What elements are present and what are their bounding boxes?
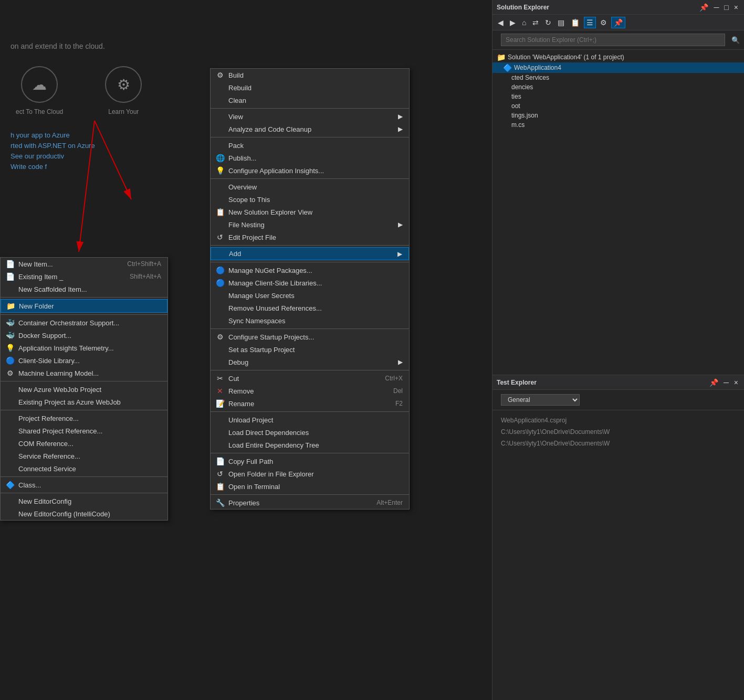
sub-existing-item[interactable]: 📄 Existing Item _ Shift+Alt+A bbox=[1, 270, 167, 283]
sub-shared-project-ref[interactable]: Shared Project Reference... bbox=[1, 425, 167, 437]
menu-view[interactable]: View ▶ bbox=[211, 110, 409, 123]
menu-remove-unused-refs[interactable]: Remove Unused References... bbox=[211, 302, 409, 314]
te-minimize-btn[interactable]: ─ bbox=[722, 378, 730, 387]
sub-new-item[interactable]: 📄 New Item... Ctrl+Shift+A bbox=[1, 258, 167, 270]
se-dependencies[interactable]: dencies bbox=[492, 82, 744, 92]
sub-class[interactable]: 🔷 Class... bbox=[1, 479, 167, 491]
se-maximize-btn[interactable]: □ bbox=[722, 3, 730, 12]
se-forward-btn[interactable]: ▶ bbox=[508, 17, 518, 28]
ml-icon: ⚙ bbox=[5, 369, 15, 377]
sub-new-folder[interactable]: 📁 New Folder bbox=[1, 299, 167, 313]
menu-new-solution-explorer[interactable]: 📋 New Solution Explorer View bbox=[211, 206, 409, 218]
menu-open-folder[interactable]: ↺ Open Folder in File Explorer bbox=[211, 468, 409, 480]
te-controls: 📌 ─ × bbox=[708, 378, 740, 387]
menu-scope[interactable]: Scope to This bbox=[211, 193, 409, 206]
se-properties[interactable]: ties bbox=[492, 92, 744, 101]
se-appsettings[interactable]: tings.json bbox=[492, 111, 744, 120]
se-close-btn[interactable]: × bbox=[732, 3, 740, 12]
se-sync-btn[interactable]: ⇄ bbox=[530, 17, 541, 28]
sub-client-side-lib[interactable]: 🔵 Client-Side Library... bbox=[1, 354, 167, 367]
te-close-btn[interactable]: × bbox=[732, 378, 740, 387]
se-refresh-btn[interactable]: ↻ bbox=[543, 17, 553, 28]
se-pin-active-btn[interactable]: 📌 bbox=[611, 17, 625, 28]
sub-machine-learning[interactable]: ⚙ Machine Learning Model... bbox=[1, 367, 167, 379]
se-connected-services[interactable]: cted Services bbox=[492, 73, 744, 82]
se-back-btn[interactable]: ◀ bbox=[496, 17, 506, 28]
menu-manage-user-secrets-label: Manage User Secrets bbox=[228, 292, 295, 300]
menu-overview-label: Overview bbox=[228, 183, 257, 191]
menu-manage-nuget[interactable]: 🔵 Manage NuGet Packages... bbox=[211, 264, 409, 277]
se-solution-item[interactable]: 📁 Solution 'WebApplication4' (1 of 1 pro… bbox=[492, 52, 744, 62]
sub-service-reference[interactable]: Service Reference... bbox=[1, 450, 167, 462]
sub-new-editorconfig-intellicode[interactable]: New EditorConfig (IntelliCode) bbox=[1, 507, 167, 520]
menu-load-direct[interactable]: Load Direct Dependencies bbox=[211, 426, 409, 439]
test-explorer: Test Explorer 📌 ─ × General WebApplicati… bbox=[492, 375, 744, 700]
menu-publish[interactable]: 🌐 Publish... bbox=[211, 152, 409, 164]
menu-configure-startup-label: Configure Startup Projects... bbox=[228, 333, 314, 341]
menu-manage-nuget-label: Manage NuGet Packages... bbox=[228, 267, 312, 274]
sub-azure-webjob[interactable]: New Azure WebJob Project bbox=[1, 383, 167, 396]
se-root[interactable]: oot bbox=[492, 101, 744, 111]
sub-docker-support[interactable]: 🐳 Docker Support... bbox=[1, 329, 167, 342]
menu-add[interactable]: Add ▶ bbox=[211, 247, 409, 260]
solution-explorer-search[interactable] bbox=[501, 34, 725, 46]
new-se-icon: 📋 bbox=[215, 208, 225, 216]
menu-clean[interactable]: Clean bbox=[211, 94, 409, 107]
menu-unload[interactable]: Unload Project bbox=[211, 413, 409, 426]
sub-new-editorconfig[interactable]: New EditorConfig bbox=[1, 495, 167, 507]
menu-open-terminal[interactable]: 📋 Open in Terminal bbox=[211, 480, 409, 493]
sub-new-folder-label: New Folder bbox=[19, 302, 54, 310]
sub-app-insights[interactable]: 💡 Application Insights Telemetry... bbox=[1, 342, 167, 354]
build-icon: ⚙ bbox=[215, 71, 225, 79]
se-new-view-btn[interactable]: 📋 bbox=[569, 17, 582, 28]
se-project-item[interactable]: 🔷 WebApplication4 bbox=[492, 62, 744, 73]
menu-scope-label: Scope to This bbox=[228, 196, 270, 204]
menu-manage-client-libs[interactable]: 🔵 Manage Client-Side Libraries... bbox=[211, 277, 409, 289]
menu-properties[interactable]: 🔧 Properties Alt+Enter bbox=[211, 496, 409, 509]
menu-configure-startup[interactable]: ⚙ Configure Startup Projects... bbox=[211, 331, 409, 343]
se-collapse-btn[interactable]: ▤ bbox=[556, 17, 567, 28]
new-item-shortcut: Ctrl+Shift+A bbox=[111, 260, 161, 268]
sub-connected-service[interactable]: Connected Service bbox=[1, 462, 167, 475]
menu-rebuild[interactable]: Rebuild bbox=[211, 81, 409, 94]
se-pin-btn[interactable]: 📌 bbox=[698, 3, 710, 12]
menu-manage-user-secrets[interactable]: Manage User Secrets bbox=[211, 289, 409, 302]
se-settings-btn[interactable]: ⚙ bbox=[598, 17, 609, 28]
sub-new-scaffolded[interactable]: New Scaffolded Item... bbox=[1, 283, 167, 295]
menu-pack[interactable]: Pack bbox=[211, 139, 409, 152]
menu-copy-path[interactable]: 📄 Copy Full Path bbox=[211, 455, 409, 468]
menu-rename[interactable]: 📝 Rename F2 bbox=[211, 397, 409, 410]
se-minimize-btn[interactable]: ─ bbox=[712, 3, 720, 12]
cloud-icon: ☁ bbox=[21, 66, 58, 103]
se-filter-btn[interactable]: ☰ bbox=[584, 17, 596, 28]
menu-rename-label: Rename bbox=[228, 400, 254, 408]
existing-item-shortcut: Shift+Alt+A bbox=[114, 273, 161, 280]
se-program[interactable]: m.cs bbox=[492, 120, 744, 130]
edit-project-icon: ↺ bbox=[215, 233, 225, 241]
menu-file-nesting[interactable]: File Nesting ▶ bbox=[211, 218, 409, 231]
sub-new-editorconfig-label: New EditorConfig bbox=[18, 497, 71, 505]
te-dropdown[interactable]: General bbox=[501, 394, 580, 406]
menu-new-se-label: New Solution Explorer View bbox=[228, 208, 312, 216]
menu-set-startup[interactable]: Set as Startup Project bbox=[211, 343, 409, 356]
menu-debug[interactable]: Debug ▶ bbox=[211, 356, 409, 368]
menu-load-entire[interactable]: Load Entire Dependency Tree bbox=[211, 439, 409, 451]
sub-azure-webjob-label: New Azure WebJob Project bbox=[18, 386, 101, 394]
menu-analyze[interactable]: Analyze and Code Cleanup ▶ bbox=[211, 123, 409, 135]
menu-edit-project[interactable]: ↺ Edit Project File bbox=[211, 231, 409, 243]
menu-sync-namespaces[interactable]: Sync Namespaces bbox=[211, 314, 409, 327]
menu-cut-label: Cut bbox=[228, 375, 239, 383]
sub-com-reference[interactable]: COM Reference... bbox=[1, 437, 167, 450]
menu-overview[interactable]: Overview bbox=[211, 181, 409, 193]
se-home-btn[interactable]: ⌂ bbox=[520, 17, 528, 28]
menu-configure-insights[interactable]: 💡 Configure Application Insights... bbox=[211, 164, 409, 177]
sub-container-orchestrator[interactable]: 🐳 Container Orchestrator Support... bbox=[1, 316, 167, 329]
menu-cut[interactable]: ✂ Cut Ctrl+X bbox=[211, 372, 409, 385]
sub-project-reference[interactable]: Project Reference... bbox=[1, 412, 167, 425]
sub-existing-azure-webjob[interactable]: Existing Project as Azure WebJob bbox=[1, 396, 167, 408]
te-pin-btn[interactable]: 📌 bbox=[708, 378, 720, 387]
menu-clean-label: Clean bbox=[228, 97, 246, 104]
menu-remove[interactable]: ✕ Remove Del bbox=[211, 385, 409, 397]
nuget-icon: 🔵 bbox=[215, 266, 225, 274]
menu-build[interactable]: ⚙ Build bbox=[211, 69, 409, 81]
